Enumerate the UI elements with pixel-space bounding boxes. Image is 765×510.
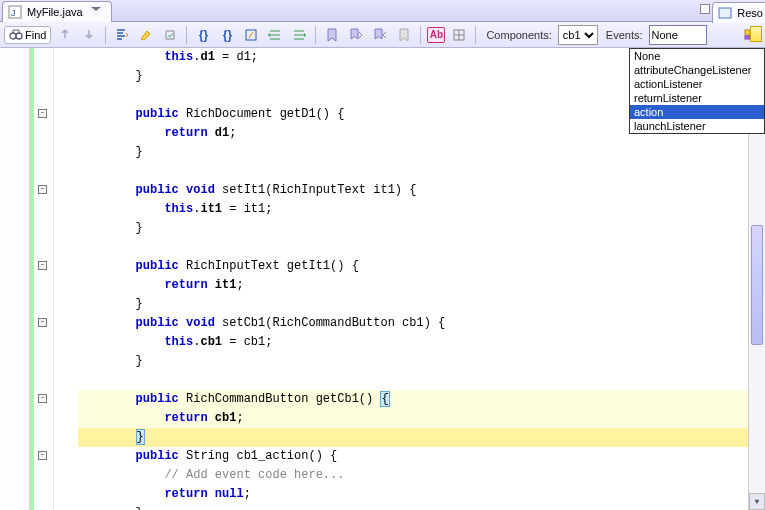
truncated-panel-tab[interactable]: Reso	[712, 0, 765, 22]
find-next-icon[interactable]	[79, 25, 99, 45]
code-line[interactable]: public void setIt1(RichInputText it1) {	[78, 181, 748, 200]
toolbar-separator	[420, 26, 421, 44]
code-line[interactable]: this.cb1 = cb1;	[78, 333, 748, 352]
events-option[interactable]: returnListener	[630, 91, 764, 105]
fold-toggle-icon[interactable]: -	[38, 318, 47, 327]
toolbar-separator	[186, 26, 187, 44]
fold-toggle-icon[interactable]: -	[38, 109, 47, 118]
fold-toggle-icon[interactable]: -	[38, 185, 47, 194]
find-prev-icon[interactable]	[55, 25, 75, 45]
events-option[interactable]: launchListener	[630, 119, 764, 133]
events-option[interactable]: None	[630, 49, 764, 63]
tab-restore-icon[interactable]	[700, 4, 710, 14]
editor-toolbar: Find {} {} Ab Components:	[0, 22, 765, 48]
editor-tab-bar: J MyFile.java Reso	[0, 0, 765, 22]
code-line[interactable]: // Add event code here...	[78, 466, 748, 485]
code-line[interactable]: public void setCb1(RichCommandButton cb1…	[78, 314, 748, 333]
assist-icon[interactable]	[160, 25, 180, 45]
code-line[interactable]: }	[78, 504, 748, 510]
binoculars-icon	[9, 28, 23, 42]
fold-toggle-icon[interactable]: -	[38, 394, 47, 403]
braces-icon[interactable]: {}	[193, 25, 213, 45]
find-label: Find	[25, 29, 46, 41]
indent-icon[interactable]	[265, 25, 285, 45]
svg-point-4	[16, 33, 22, 39]
code-line[interactable]: public String cb1_action() {	[78, 447, 748, 466]
bookmark-prev-icon[interactable]	[346, 25, 366, 45]
code-line[interactable]: public RichInputText getIt1() {	[78, 257, 748, 276]
file-tab-active[interactable]: J MyFile.java	[2, 1, 112, 22]
code-line[interactable]	[78, 162, 748, 181]
fold-toggle-icon[interactable]: -	[38, 261, 47, 270]
code-line[interactable]: }	[78, 295, 748, 314]
bookmark-next-icon[interactable]	[370, 25, 390, 45]
code-line[interactable]: this.it1 = it1;	[78, 200, 748, 219]
code-line[interactable]	[78, 238, 748, 257]
svg-point-3	[10, 33, 16, 39]
events-input[interactable]	[649, 25, 707, 45]
java-file-icon: J	[7, 4, 23, 20]
reformat-icon[interactable]	[112, 25, 132, 45]
code-line[interactable]: }	[78, 219, 748, 238]
events-dropdown-button[interactable]	[750, 26, 762, 42]
code-line[interactable]: }	[78, 352, 748, 371]
truncated-tab-label: Reso	[737, 7, 763, 19]
code-line[interactable]: }	[78, 143, 748, 162]
highlight-icon[interactable]	[136, 25, 156, 45]
scroll-down-icon[interactable]: ▼	[749, 493, 765, 510]
events-dropdown-list[interactable]: NoneattributeChangeListeneractionListene…	[629, 48, 765, 134]
line-gutter	[0, 48, 30, 510]
code-line[interactable]: return it1;	[78, 276, 748, 295]
toolbar-separator	[475, 26, 476, 44]
svg-text:J: J	[11, 8, 16, 18]
components-select[interactable]: cb1	[558, 25, 598, 45]
code-line[interactable]: return cb1;	[78, 409, 748, 428]
scroll-thumb[interactable]	[751, 225, 763, 345]
events-option[interactable]: action	[630, 105, 764, 119]
toolbar-separator	[315, 26, 316, 44]
braces2-icon[interactable]: {}	[217, 25, 237, 45]
tab-label: MyFile.java	[27, 6, 83, 18]
tab-dropdown-icon[interactable]	[91, 7, 101, 17]
resource-panel-icon	[717, 5, 733, 21]
ab-toggle-button[interactable]: Ab	[427, 27, 445, 43]
grid-icon[interactable]	[449, 25, 469, 45]
components-label: Components:	[486, 29, 551, 41]
events-option[interactable]: actionListener	[630, 77, 764, 91]
code-line[interactable]: }	[78, 428, 748, 447]
events-label: Events:	[606, 29, 643, 41]
code-line[interactable]: public RichCommandButton getCb1() {	[78, 390, 748, 409]
toolbar-separator	[105, 26, 106, 44]
bookmark-clear-icon[interactable]	[394, 25, 414, 45]
bookmark-toggle-icon[interactable]	[322, 25, 342, 45]
find-group[interactable]: Find	[4, 26, 51, 44]
fold-gutter[interactable]: ------	[34, 48, 54, 510]
code-line[interactable]	[78, 371, 748, 390]
events-option[interactable]: attributeChangeListener	[630, 63, 764, 77]
outdent-icon[interactable]	[289, 25, 309, 45]
fold-toggle-icon[interactable]: -	[38, 451, 47, 460]
svg-rect-2	[719, 8, 731, 18]
surround-icon[interactable]	[241, 25, 261, 45]
code-line[interactable]: return null;	[78, 485, 748, 504]
